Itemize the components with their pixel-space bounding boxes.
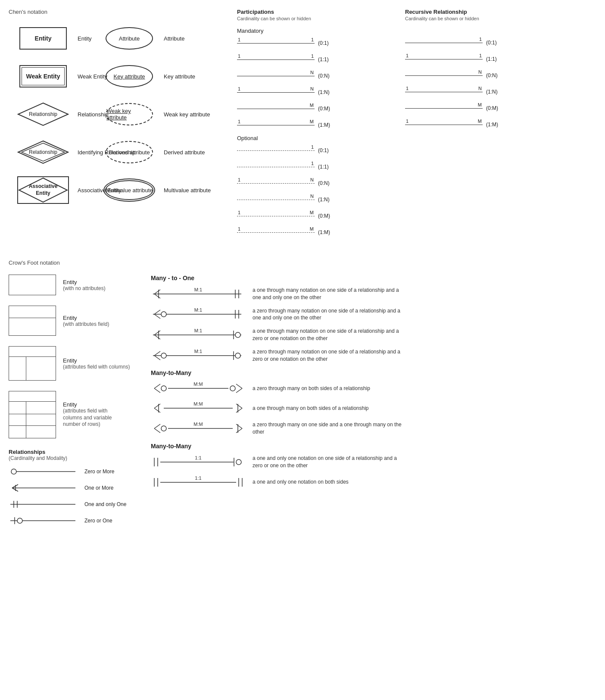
- svg-line-54: [154, 404, 160, 408]
- mm-desc-0: a zero through many on both sides of a r…: [253, 385, 370, 392]
- cf-mm-row-0: M:M a zero through many on both sides of…: [151, 381, 596, 395]
- svg-point-64: [161, 426, 166, 431]
- svg-line-33: [154, 335, 160, 339]
- optional-row-5: 1 M (1:M): [237, 226, 396, 239]
- many-to-many-title: Many-to-Many: [151, 369, 596, 376]
- chen-key-attribute-row: Key attribute Key attribute: [95, 61, 233, 91]
- one-only-icon: [9, 499, 78, 509]
- mandatory-title: Mandatory: [237, 28, 396, 34]
- mandatory-row-4: M (0:M): [237, 102, 396, 115]
- cf-entity-cols-sublabel: (attributes field with columns): [63, 364, 130, 370]
- m1-desc-0: a one through many notation on one side …: [253, 287, 408, 301]
- cf-entity-cols-row: Entity (attributes field with columns): [9, 346, 138, 381]
- svg-line-18: [154, 290, 160, 294]
- attribute-label: Attribute: [164, 35, 237, 42]
- cf-mm-row-2: M:M a zero through many on one side and …: [151, 421, 596, 436]
- svg-point-49: [230, 386, 235, 391]
- cf-mm-row-1: M:M a one through many on both sides of …: [151, 401, 596, 415]
- optional-row-2: 1 N (0:N): [237, 177, 396, 190]
- zero-or-more-icon: [9, 466, 78, 477]
- cf-entity-simple: [9, 275, 56, 295]
- recursive-row-1: 1 1 (1:1): [405, 53, 517, 66]
- crows-title: Crow's Foot notation: [9, 259, 596, 266]
- cf-entity-cols: [9, 346, 56, 381]
- 11-diagram-0: 1:1: [151, 455, 246, 469]
- svg-line-50: [236, 384, 242, 388]
- chen-identifying-row: Relationship Identifying Relationship: [9, 137, 95, 167]
- weak-entity-shape: Weak Entity: [19, 65, 67, 88]
- cf-entity-cols-label: Entity: [63, 357, 130, 364]
- recursive-row-0: 1 (0:1): [405, 36, 517, 49]
- mm-desc-1: a one through many on both sides of a re…: [253, 405, 369, 412]
- cf-sym-zero-or-one: Zero or One: [9, 516, 138, 526]
- cf-entity-attrs-row: Entity (with attributes field): [9, 306, 138, 336]
- many-to-one-title: Many - to - One: [151, 275, 596, 281]
- 11-desc-1: a one and only one notation on both side…: [253, 478, 349, 486]
- recursive-row-5: 1 M (1:M): [405, 118, 517, 131]
- cf-entity-attrs: [9, 306, 56, 336]
- key-attribute-label: Key attribute: [164, 73, 237, 80]
- svg-line-62: [154, 424, 160, 428]
- cf-sym-one-only: One and only One: [9, 499, 138, 509]
- derived-attribute-label: Derived attribute: [164, 149, 237, 156]
- svg-point-73: [236, 459, 241, 465]
- mm-diagram-1: M:M: [151, 401, 246, 415]
- svg-line-47: [154, 388, 160, 393]
- svg-text:1:1: 1:1: [195, 475, 201, 481]
- svg-point-5: [11, 469, 16, 474]
- recursive-row-3: 1 N (1:N): [405, 85, 517, 98]
- one-to-one-section: Many-to-Many 1:1 a one and only one n: [151, 443, 596, 489]
- chen-attribute-row: Attribute Attribute: [95, 23, 233, 53]
- svg-line-58: [236, 404, 242, 408]
- chen-derived-row: Derived attribute Derived attribute: [95, 137, 233, 167]
- mm-diagram-2: M:M: [151, 422, 246, 435]
- chens-title: Chen's notation: [9, 9, 233, 22]
- cf-entity-attrs-sublabel: (with attributes field): [63, 321, 109, 327]
- weak-key-attribute-shape: Weak key attribute: [106, 103, 153, 125]
- chen-weak-key-row: Weak key attribute Weak key attribute: [95, 99, 233, 129]
- m1-diagram-0: M:1: [151, 287, 246, 301]
- svg-line-32: [154, 331, 160, 335]
- svg-line-66: [236, 424, 242, 428]
- participations-subtitle: Cardinality can be shown or hidden: [237, 15, 396, 22]
- cf-m1-row-3: M:1 a zero through many notation on one …: [151, 348, 596, 363]
- zero-or-one-icon: [9, 516, 78, 526]
- identifying-relationship-shape: Relationship: [17, 140, 69, 164]
- m1-desc-1: a zero through many notation on one side…: [253, 307, 408, 322]
- optional-row-4: 1 M (0:M): [237, 209, 396, 222]
- key-attribute-shape: Key attribute: [106, 65, 153, 88]
- svg-line-63: [154, 428, 160, 433]
- one-or-more-label: One or More: [84, 485, 113, 491]
- optional-row-3: N (1:N): [237, 193, 396, 206]
- relationship-shape: Relationship: [17, 102, 69, 126]
- svg-line-39: [154, 351, 160, 356]
- svg-line-55: [154, 408, 160, 412]
- svg-point-36: [235, 332, 240, 338]
- cf-11-row-0: 1:1 a one and only one notation on one s…: [151, 455, 596, 469]
- m1-diagram-1: M:1: [151, 307, 246, 321]
- cf-entity-rows-sublabel: (attributes field with columns and varia…: [63, 408, 128, 428]
- one-or-more-icon: [9, 483, 78, 493]
- chen-relationship-row: Relationship Relationship: [9, 99, 95, 129]
- svg-point-43: [235, 353, 240, 358]
- cf-entity-rows: [9, 391, 56, 438]
- crows-symbols-subtitle: (Cardinality and Modality): [9, 455, 138, 461]
- crows-section: Crow's Foot notation Entity (with no att…: [9, 259, 596, 532]
- attribute-shape: Attribute: [106, 27, 153, 50]
- recursive-subtitle: Cardinality can be shown or hidden: [405, 15, 517, 22]
- svg-text:M:M: M:M: [193, 381, 203, 387]
- svg-line-46: [154, 384, 160, 388]
- mandatory-row-2: N (0:N): [237, 69, 396, 82]
- many-to-one-section: Many - to - One: [151, 275, 596, 362]
- one-to-one-title: Many-to-Many: [151, 443, 596, 450]
- cf-entity-simple-label: Entity: [63, 279, 106, 285]
- svg-line-51: [236, 388, 242, 393]
- cf-entity-rows-row: Entity (attributes field with columns an…: [9, 391, 138, 438]
- svg-point-48: [161, 386, 166, 391]
- 11-desc-0: a one and only one notation on one side …: [253, 455, 408, 469]
- crows-symbols-title: Relationships: [9, 449, 138, 455]
- svg-text:M:1: M:1: [194, 349, 202, 354]
- svg-text:M:1: M:1: [194, 307, 202, 312]
- svg-text:M:1: M:1: [194, 328, 202, 333]
- cf-m1-row-2: M:1 a one through many notation on one s…: [151, 328, 596, 342]
